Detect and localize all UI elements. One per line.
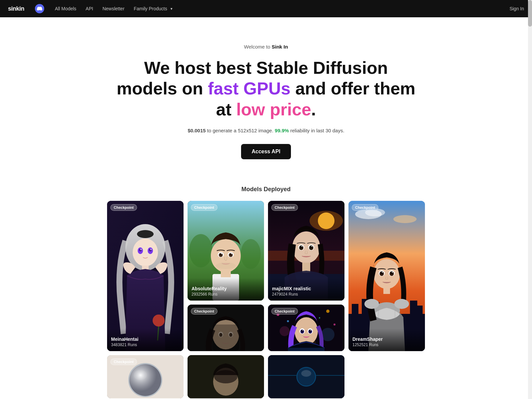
card-info-meina: MeinaHentai 3483821 Runs <box>107 329 184 351</box>
nav-links: All Models API Newsletter Family Product… <box>55 6 499 11</box>
svg-point-27 <box>231 253 232 254</box>
hero-section: Welcome to Sink In We host best Stable D… <box>0 17 532 179</box>
card-meina-hentai[interactable]: Checkpoint MeinaHentai 3483821 Runs <box>107 201 184 351</box>
card-bottom-3[interactable] <box>268 355 344 398</box>
nav-all-models[interactable]: All Models <box>55 6 76 11</box>
card-dreamshaper[interactable]: Checkpoint DreamShaper 1252521 Runs <box>348 201 425 351</box>
access-api-button[interactable]: Access API <box>241 144 291 159</box>
svg-point-79 <box>319 317 320 319</box>
checkpoint-badge-majic: Checkpoint <box>271 204 298 211</box>
svg-point-32 <box>310 211 343 231</box>
checkpoint-badge-6: Checkpoint <box>271 308 298 315</box>
card-info-absolute: AbsoluteReality 2932566 Runs <box>188 278 264 301</box>
svg-point-14 <box>189 234 212 267</box>
hero-subtitle: $0.0015 to generate a 512x512 image. 99.… <box>13 128 519 133</box>
svg-point-65 <box>364 299 379 309</box>
svg-point-56 <box>373 259 400 289</box>
svg-point-42 <box>312 246 313 247</box>
card-runs-majic: 2479024 Runs <box>272 292 340 297</box>
card-bottom-2[interactable] <box>188 355 264 398</box>
svg-point-80 <box>280 326 290 336</box>
site-logo[interactable]: sinkin <box>8 5 24 12</box>
svg-point-77 <box>326 310 330 313</box>
svg-point-78 <box>333 324 335 326</box>
scrollbar[interactable] <box>528 0 532 399</box>
discord-icon[interactable] <box>35 4 44 13</box>
svg-point-63 <box>382 272 383 273</box>
svg-rect-53 <box>417 306 423 322</box>
models-title: Models Deployed <box>80 186 452 193</box>
svg-rect-49 <box>352 304 358 324</box>
card-absolute-reality[interactable]: Checkpoint AbsoluteReality 2932566 Runs <box>188 201 264 301</box>
svg-point-47 <box>393 215 417 223</box>
card-runs-absolute: 2932566 Runs <box>192 292 260 297</box>
nav-family-products[interactable]: Family Products ▼ <box>134 6 173 11</box>
card-name-majic: majicMIX realistic <box>272 286 340 291</box>
svg-point-8 <box>140 249 142 250</box>
card-5[interactable]: Checkpoint <box>188 305 264 351</box>
card-name-absolute: AbsoluteReality <box>192 286 260 291</box>
checkpoint-badge-bottom-left: Checkpoint <box>110 358 137 365</box>
svg-point-2 <box>137 230 154 238</box>
svg-point-11 <box>153 315 165 327</box>
card-runs-meina: 3483821 Runs <box>111 342 180 347</box>
card-name-meina: MeinaHentai <box>111 336 180 342</box>
svg-point-90 <box>302 330 303 331</box>
card-info-majic: majicMIX realistic 2479024 Runs <box>268 278 344 301</box>
svg-point-9 <box>150 249 152 250</box>
navbar: sinkin All Models API Newsletter Family … <box>0 0 532 17</box>
svg-rect-52 <box>410 301 417 321</box>
svg-point-97 <box>129 364 161 396</box>
scrollbar-thumb[interactable] <box>528 0 532 27</box>
svg-point-28 <box>216 262 236 269</box>
card-6[interactable]: Checkpoint <box>268 305 344 351</box>
card-name-dream: DreamShaper <box>352 336 421 342</box>
chevron-down-icon: ▼ <box>170 7 173 11</box>
svg-point-76 <box>287 320 289 322</box>
signin-link[interactable]: Sign In <box>509 6 524 11</box>
svg-rect-73 <box>212 325 239 351</box>
svg-point-91 <box>310 330 311 331</box>
card-bottom-left[interactable]: Checkpoint <box>107 355 184 398</box>
svg-point-15 <box>241 239 261 269</box>
svg-point-34 <box>292 231 320 263</box>
card-info-dream: DreamShaper 1252521 Runs <box>348 329 425 351</box>
checkpoint-badge-absolute: Checkpoint <box>191 204 217 211</box>
hero-title: We host best Stable Diffusion models on … <box>116 58 416 120</box>
nav-newsletter[interactable]: Newsletter <box>102 6 124 11</box>
hero-welcome: Welcome to Sink In <box>13 44 519 50</box>
card-majicmix[interactable]: Checkpoint majicMIX realistic 2479024 Ru… <box>268 201 344 301</box>
checkpoint-badge-5: Checkpoint <box>191 308 217 315</box>
checkpoint-badge-meina: Checkpoint <box>110 204 137 211</box>
svg-point-100 <box>214 370 237 383</box>
svg-point-66 <box>394 299 409 309</box>
models-section: Models Deployed <box>66 179 466 399</box>
card-runs-dream: 1252521 Runs <box>352 342 421 347</box>
svg-point-64 <box>392 272 393 273</box>
checkpoint-badge-dream: Checkpoint <box>352 204 378 211</box>
svg-point-26 <box>221 253 222 254</box>
svg-point-41 <box>302 246 303 247</box>
svg-point-105 <box>301 370 311 377</box>
svg-point-83 <box>295 317 318 345</box>
models-grid: Checkpoint MeinaHentai 3483821 Runs <box>80 201 452 398</box>
svg-point-3 <box>133 238 158 266</box>
nav-api[interactable]: API <box>86 6 93 11</box>
